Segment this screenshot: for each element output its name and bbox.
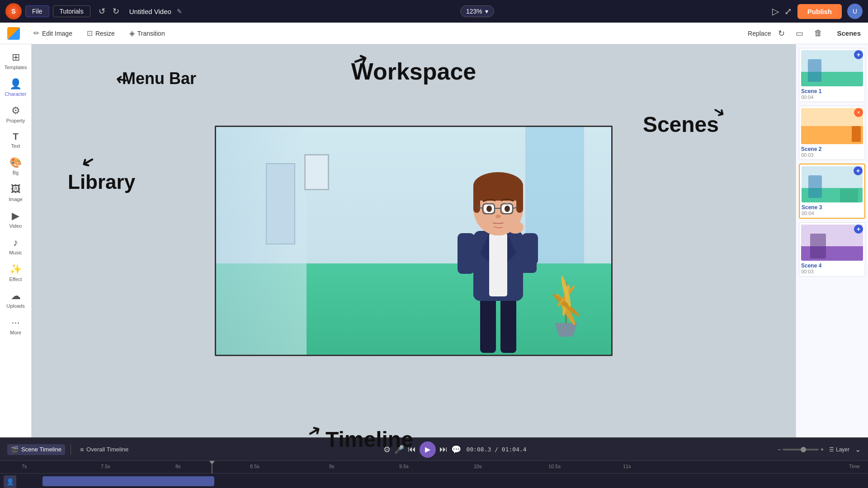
transition-tool[interactable]: ◈ Transition xyxy=(123,26,171,40)
scene-timeline-tab[interactable]: 🎬 Scene Timeline xyxy=(7,444,65,455)
ruler-9-5s: 9.5s xyxy=(399,464,409,469)
sidebar-item-image[interactable]: 🖼 Image xyxy=(0,180,31,206)
menubar: ✏ Edit Image ⊡ Resize ◈ Transition Repla… xyxy=(0,23,868,44)
svg-point-32 xyxy=(495,215,501,218)
sidebar-item-uploads-label: Uploads xyxy=(6,303,24,309)
bg-icon: 🎨 xyxy=(9,157,22,169)
sidebar-item-property[interactable]: ⚙ Property xyxy=(0,101,31,127)
scene-2-delete-button[interactable]: × xyxy=(854,108,863,117)
sidebar-item-video[interactable]: ▶ Video xyxy=(0,206,31,232)
publish-button[interactable]: Publish xyxy=(797,4,842,19)
layer-toggle-button[interactable]: ☰ Layer xyxy=(829,446,849,453)
scene-item-2[interactable]: × Scene 2 00:03 xyxy=(799,106,865,160)
track-1-icon: 👤 xyxy=(4,475,16,488)
scene-2-label: Scene 2 xyxy=(801,146,863,152)
delete-tool-button[interactable]: 🗑 xyxy=(811,27,826,40)
svg-point-31 xyxy=(505,206,510,212)
sidebar-item-character[interactable]: 👤 Character xyxy=(0,75,31,100)
scenes-panel-label: Scenes xyxy=(837,29,861,37)
replace-label[interactable]: Replace xyxy=(748,30,771,37)
sidebar-item-text-label: Text xyxy=(11,143,20,149)
edit-image-icon: ✏ xyxy=(33,29,39,38)
timeline-current-time: 00:08.3 / 01:04.4 xyxy=(467,446,527,453)
scene-4-add-button[interactable]: + xyxy=(854,225,863,234)
preview-play-icon[interactable]: ▷ xyxy=(772,6,779,17)
sidebar-item-templates[interactable]: ⊞ Templates xyxy=(0,48,31,74)
track-row-1: 👤 xyxy=(0,474,868,488)
user-avatar[interactable]: U xyxy=(847,4,863,19)
track-1-clip[interactable] xyxy=(42,476,214,486)
app-logo: S xyxy=(5,3,22,19)
timeline: 🎬 Scene Timeline ≡ Overall Timeline ⚙ 🎤 … xyxy=(0,437,868,488)
scene-3-label: Scene 3 xyxy=(802,204,863,211)
logo-text: S xyxy=(11,8,15,15)
timeline-zoom-control[interactable]: − + xyxy=(778,446,824,453)
undo-redo-group: ↺ ↻ xyxy=(96,5,122,17)
scene-1-add-button[interactable]: + xyxy=(854,50,863,59)
transition-icon: ◈ xyxy=(129,29,135,38)
zoom-level: 123% xyxy=(466,8,482,15)
timeline-expand-button[interactable]: ⌄ xyxy=(855,445,861,454)
ruler-11s: 11s xyxy=(623,464,631,469)
timeline-tracks: 👤 xyxy=(0,474,868,488)
sidebar-item-bg-label: Bg xyxy=(13,170,19,175)
sidebar-item-bg[interactable]: 🎨 Bg xyxy=(0,153,31,179)
resize-tool[interactable]: ⊡ Resize xyxy=(80,26,121,40)
sidebar-item-more[interactable]: ··· More xyxy=(0,313,31,339)
character-icon: 👤 xyxy=(9,78,22,90)
sidebar-item-music[interactable]: ♪ Music xyxy=(0,233,31,259)
redo-button[interactable]: ↻ xyxy=(110,5,122,17)
undo-button[interactable]: ↺ xyxy=(96,5,108,17)
file-menu-button[interactable]: File xyxy=(25,5,49,17)
zoom-track[interactable] xyxy=(783,449,819,450)
sidebar: ⊞ Templates 👤 Character ⚙ Property T Tex… xyxy=(0,44,32,437)
color-swatch-icon[interactable] xyxy=(7,27,20,40)
room-door xyxy=(266,163,295,244)
timeline-caption-button[interactable]: 💬 xyxy=(451,445,461,455)
menubar-annotation-group: Menu Bar xyxy=(122,69,196,88)
ruler-9s: 9s xyxy=(329,464,335,469)
templates-icon: ⊞ xyxy=(12,52,20,63)
timeline-play-button[interactable]: ▶ xyxy=(420,441,436,458)
ruler-8s: 8s xyxy=(175,464,181,469)
scene-4-duration: 00:03 xyxy=(801,269,863,274)
sidebar-item-uploads[interactable]: ☁ Uploads xyxy=(0,286,31,312)
scene-item-1[interactable]: + Scene 1 00:04 xyxy=(799,48,865,102)
share-icon[interactable]: ⤢ xyxy=(784,6,792,17)
sidebar-item-image-label: Image xyxy=(9,197,23,202)
svg-rect-21 xyxy=(473,192,480,213)
zoom-minus-icon: − xyxy=(778,446,781,453)
timeline-ruler: 7s 7.5s 8s 8.5s 9s 9.5s 10s 10.5s 11s Ti… xyxy=(0,461,868,474)
zoom-control[interactable]: 123% ▾ xyxy=(460,5,494,17)
playhead-line xyxy=(212,461,212,474)
refresh-tool-button[interactable]: ↻ xyxy=(774,27,788,40)
effect-icon: ✨ xyxy=(9,263,22,275)
timeline-skip-back-button[interactable]: ⏮ xyxy=(408,445,416,454)
scene-item-4[interactable]: + Scene 4 00:03 xyxy=(799,222,865,277)
timeline-mic-button[interactable]: 🎤 xyxy=(394,445,404,455)
edit-image-tool[interactable]: ✏ Edit Image xyxy=(27,26,79,40)
timeline-settings-button[interactable]: ⚙ xyxy=(383,445,391,455)
edit-title-icon[interactable]: ✎ xyxy=(177,8,182,15)
workspace-annotation-text: Workspace xyxy=(351,58,476,84)
scenes-annotation-text: Scenes xyxy=(643,113,719,136)
sidebar-item-character-label: Character xyxy=(5,91,26,97)
transition-label: Transition xyxy=(137,30,165,37)
sidebar-item-effect[interactable]: ✨ Effect xyxy=(0,260,31,286)
zoom-thumb xyxy=(801,447,806,452)
svg-rect-7 xyxy=(480,294,496,353)
sidebar-item-text[interactable]: T Text xyxy=(0,128,31,152)
scene-3-add-button[interactable]: + xyxy=(854,166,863,175)
timeline-skip-forward-button[interactable]: ⏭ xyxy=(439,445,448,454)
ruler-10-5s: 10.5s xyxy=(548,464,561,469)
scene-item-3[interactable]: + Scene 3 00:04 xyxy=(799,164,865,219)
overall-timeline-tab[interactable]: ≡ Overall Timeline xyxy=(76,444,132,455)
canvas-frame xyxy=(215,126,613,356)
svg-rect-13 xyxy=(458,233,475,274)
workspace-canvas[interactable]: Workspace ➜ Library ➜ Menu Bar ➜ Scenes … xyxy=(32,44,796,437)
zoom-dropdown-icon: ▾ xyxy=(485,8,488,15)
layout-toggle-button[interactable]: ▭ xyxy=(792,27,807,40)
workspace-annotation-group: Workspace xyxy=(351,58,476,85)
tutorials-menu-button[interactable]: Tutorials xyxy=(53,5,90,17)
video-title: Untitled Video xyxy=(129,8,171,15)
